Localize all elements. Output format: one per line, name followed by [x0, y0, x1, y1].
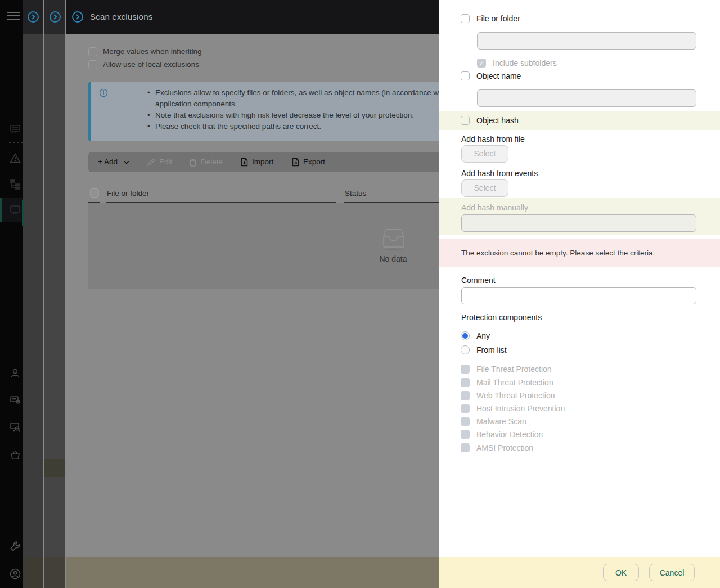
column-header-file-or-folder[interactable]: File or folder [107, 189, 149, 198]
cancel-button[interactable]: Cancel [649, 564, 695, 581]
panel-2-footer-tint [44, 557, 65, 588]
account-person-circle-icon[interactable] [9, 568, 21, 580]
protection-from-list-radio[interactable] [461, 345, 470, 354]
component-checkbox-malware-scan [461, 417, 470, 426]
collapse-current-panel-button[interactable] [71, 11, 84, 23]
component-checkbox-mail-threat [461, 378, 470, 387]
allow-local-exclusions-checkbox[interactable] [88, 60, 97, 69]
component-checkbox-behavior-detection [461, 430, 470, 439]
page-title: Scan exclusions [90, 0, 152, 34]
component-label-web-threat: Web Threat Protection [476, 391, 555, 400]
collapsed-panel-1 [22, 0, 43, 588]
add-hash-from-events-label: Add hash from events [461, 169, 538, 178]
component-label-behavior-detection: Behavior Detection [476, 430, 543, 439]
merge-values-checkbox[interactable] [88, 47, 97, 56]
component-label-host-intrusion: Host Intrusion Prevention [476, 404, 565, 413]
component-checkbox-file-threat [461, 365, 470, 374]
ok-button[interactable]: OK [603, 564, 639, 581]
allow-local-exclusions-label: Allow use of local exclusions [103, 60, 199, 69]
object-hash-checkbox[interactable] [461, 116, 470, 125]
object-name-label: Object name [476, 71, 521, 80]
file-or-folder-label: File or folder [476, 14, 520, 23]
add-hash-manually-label: Add hash manually [461, 203, 528, 212]
device-discovery-icon[interactable] [9, 421, 21, 433]
add-hash-manually-input [461, 214, 696, 232]
protection-components-title: Protection components [461, 313, 542, 322]
comment-label: Comment [461, 276, 496, 285]
alerts-warning-icon[interactable] [9, 152, 21, 164]
add-hash-from-file-label: Add hash from file [461, 134, 525, 143]
select-hash-from-events-button: Select [461, 179, 508, 197]
panel-1-footer-tint [22, 557, 43, 588]
object-hash-label: Object hash [476, 116, 519, 125]
component-label-amsi: AMSI Protection [476, 443, 533, 452]
include-subfolders-label: Include subfolders [493, 59, 557, 68]
hamburger-menu-icon[interactable] [7, 11, 20, 21]
select-hash-from-file-button: Select [461, 145, 508, 163]
component-label-malware-scan: Malware Scan [476, 417, 526, 426]
include-subfolders-checkbox: ✓ [477, 59, 486, 68]
users-person-icon[interactable] [9, 367, 21, 379]
protection-any-radio[interactable] [461, 331, 470, 340]
info-icon [99, 88, 108, 97]
export-button[interactable]: Export [292, 152, 325, 172]
column-header-status[interactable]: Status [345, 189, 366, 198]
add-button[interactable]: + Add [98, 152, 129, 172]
drawer-footer: OK Cancel [439, 557, 720, 588]
import-button[interactable]: Import [241, 152, 273, 172]
edit-button[interactable]: Edit [147, 152, 172, 172]
sidebar-item-active-devices[interactable] [0, 198, 22, 222]
tasks-document-gear-icon[interactable] [9, 394, 21, 406]
component-checkbox-amsi [461, 443, 470, 452]
select-all-checkbox[interactable] [90, 188, 99, 198]
monitoring-console-icon[interactable] [9, 123, 21, 136]
hierarchy-tree-icon[interactable] [9, 178, 21, 191]
protection-from-list-label: From list [476, 345, 507, 354]
comment-input[interactable] [461, 287, 696, 304]
expand-panel-2-button[interactable] [49, 11, 61, 23]
protection-any-label: Any [476, 331, 490, 340]
no-data-label: No data [359, 254, 427, 263]
panel-2-notification-patch [44, 459, 65, 477]
component-label-mail-threat: Mail Threat Protection [476, 378, 554, 387]
component-label-file-threat: File Threat Protection [476, 365, 552, 374]
object-name-checkbox[interactable] [461, 71, 470, 80]
marketplace-basket-icon[interactable] [9, 448, 21, 461]
component-checkbox-web-threat [461, 391, 470, 400]
merge-values-label: Merge values when inheriting [103, 47, 202, 56]
collapsed-panel-2 [44, 0, 65, 588]
file-or-folder-checkbox[interactable] [461, 14, 470, 23]
expand-panel-1-button[interactable] [27, 11, 39, 23]
validation-error-band: The exclusion cannot be empty. Please se… [439, 239, 720, 267]
component-checkbox-host-intrusion [461, 404, 470, 413]
nav-rail [0, 0, 22, 588]
validation-error-text: The exclusion cannot be empty. Please se… [461, 249, 655, 257]
active-item-indicator [0, 198, 2, 222]
app-root: Scan exclusions Merge values when inheri… [0, 0, 720, 588]
file-or-folder-input [477, 32, 696, 50]
object-name-input [477, 89, 696, 107]
no-data-tray-icon [380, 227, 408, 252]
settings-wrench-icon[interactable] [9, 540, 21, 553]
add-exclusion-drawer: ✕ File or folder ✓ Include subfolders Ob… [439, 0, 720, 588]
panel-1-active-indicator [22, 200, 24, 226]
delete-button[interactable]: Delete [189, 152, 223, 172]
